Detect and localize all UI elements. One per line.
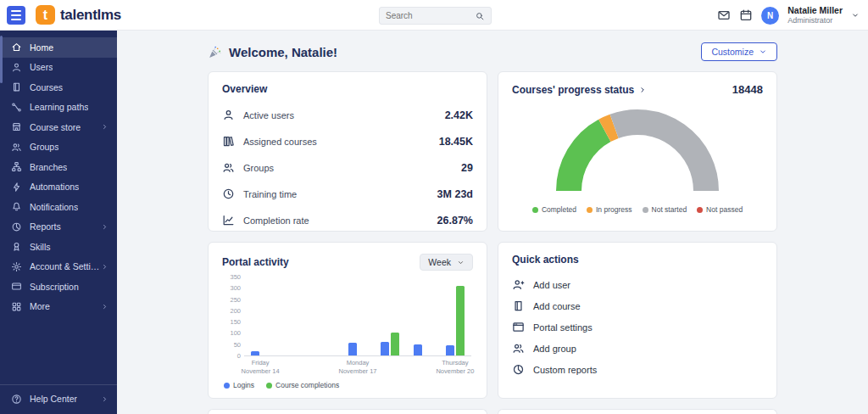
quick-action-label: Custom reports — [533, 365, 597, 375]
x-axis-label-line: Thursday — [420, 359, 487, 367]
customize-button[interactable]: Customize — [701, 42, 777, 61]
portal-settings-icon — [512, 321, 525, 333]
custom-reports-icon — [512, 363, 525, 376]
user-role: Administrator — [787, 16, 843, 25]
calendar-icon[interactable] — [739, 8, 753, 22]
quick-action-label: Add user — [533, 280, 570, 290]
legend-dot — [224, 383, 230, 389]
y-axis-label: 250 — [222, 296, 241, 304]
overview-row: Groups29 — [222, 161, 473, 174]
chevron-right-icon — [101, 263, 108, 271]
sidebar-item-automations[interactable]: Automations — [0, 177, 117, 198]
topbar: t talentlms N Natalie Miller Administrat… — [0, 0, 868, 31]
search-icon[interactable] — [475, 11, 485, 21]
y-axis-label: 200 — [222, 307, 241, 315]
period-select[interactable]: Week — [420, 254, 473, 271]
help-icon — [11, 394, 22, 405]
more-icon — [11, 301, 22, 312]
completion-rate-icon — [222, 214, 235, 227]
x-axis-label-line: November 14 — [225, 367, 296, 376]
sidebar-item-label: Notifications — [30, 202, 78, 212]
customize-button-label: Customize — [711, 47, 754, 57]
search-input[interactable] — [380, 11, 475, 20]
portal-activity-plot — [244, 277, 471, 356]
sidebar-item-learning-paths[interactable]: Learning paths — [0, 98, 117, 118]
gauge-segment-completed — [569, 131, 604, 191]
active-users-icon — [222, 109, 235, 121]
legend-dot — [643, 207, 648, 213]
user-name: Natalie Miller — [787, 5, 843, 16]
card-partial — [208, 409, 487, 414]
avatar[interactable]: N — [761, 7, 779, 25]
sidebar-item-notifications[interactable]: Notifications — [0, 197, 117, 217]
sidebar-item-subscription[interactable]: Subscription — [0, 277, 117, 297]
chevron-right-icon — [101, 303, 108, 310]
reports-icon — [11, 221, 22, 232]
sidebar-item-label: Reports — [30, 221, 61, 232]
sidebar-item-account-settings[interactable]: Account & Settings — [0, 257, 117, 277]
chevron-down-icon — [457, 259, 465, 266]
users-icon — [11, 62, 22, 73]
sidebar-item-course-store[interactable]: Course store — [0, 117, 117, 137]
bar-logins — [414, 344, 422, 355]
user-menu[interactable]: Natalie Miller Administrator — [787, 5, 843, 25]
overview-card: Overview Active users2.42KAssigned cours… — [208, 71, 487, 232]
party-popper-icon — [208, 45, 222, 59]
x-axis-label-line: November 20 — [420, 367, 487, 376]
courses-progress-link[interactable]: Courses' progress status — [512, 84, 647, 96]
legend-label: Not started — [652, 205, 687, 214]
sidebar-item-skills[interactable]: Skills — [0, 237, 117, 257]
quick-action-label: Add group — [533, 344, 576, 354]
x-axis-label: FridayNovember 14 — [225, 359, 296, 376]
groups-icon — [222, 161, 235, 174]
sidebar-item-label: Account & Settings — [30, 261, 101, 271]
quick-action-add-user[interactable]: Add user — [512, 278, 763, 291]
sidebar-item-label: Groups — [30, 142, 58, 152]
card-title: Courses' progress status — [512, 84, 634, 96]
sidebar-scrollbar[interactable] — [0, 36, 3, 83]
sidebar-item-label: Courses — [30, 82, 63, 92]
sidebar-item-more[interactable]: More — [0, 297, 117, 317]
sidebar-item-label: Help Center — [30, 394, 77, 404]
add-group-icon — [512, 342, 525, 355]
overview-row-label: Completion rate — [243, 215, 309, 226]
menu-toggle-button[interactable] — [7, 6, 25, 25]
legend-dot — [697, 207, 703, 213]
sidebar-item-branches[interactable]: Branches — [0, 157, 117, 177]
bar-course-completions — [456, 286, 465, 355]
overview-row: Active users2.42K — [222, 109, 473, 121]
overview-row-value: 26.87% — [437, 215, 473, 227]
overview-row-value: 18.45K — [439, 136, 473, 148]
courses-icon — [11, 81, 22, 92]
period-select-value: Week — [428, 257, 451, 267]
sidebar-item-users[interactable]: Users — [0, 58, 117, 78]
quick-action-portal-settings[interactable]: Portal settings — [512, 321, 763, 333]
messages-icon[interactable] — [717, 8, 731, 22]
legend-dot — [266, 383, 272, 389]
sidebar-item-label: Learning paths — [30, 102, 88, 112]
quick-actions-card: Quick actions Add userAdd coursePortal s… — [498, 242, 777, 399]
sidebar-item-groups[interactable]: Groups — [0, 137, 117, 158]
overview-row: Assigned courses18.45K — [222, 135, 473, 148]
overview-row-label: Active users — [243, 110, 294, 120]
sidebar-item-courses[interactable]: Courses — [0, 77, 117, 98]
quick-action-label: Portal settings — [533, 322, 593, 333]
quick-action-add-course[interactable]: Add course — [512, 299, 763, 312]
main-area: Welcome, Natalie! Customize Overview Act… — [117, 31, 868, 414]
sidebar-item-help-center[interactable]: Help Center — [0, 389, 117, 410]
bar-course-completions — [391, 333, 399, 355]
sidebar-item-label: Automations — [30, 182, 79, 192]
sidebar-item-reports[interactable]: Reports — [0, 217, 117, 238]
chevron-down-icon[interactable] — [851, 11, 860, 20]
sidebar-item-home[interactable]: Home — [0, 37, 117, 58]
x-axis-label-line: Friday — [225, 359, 296, 367]
notifications-icon — [11, 201, 22, 212]
chevron-right-icon — [638, 86, 647, 94]
automations-icon — [11, 182, 22, 193]
chevron-right-icon — [101, 395, 108, 403]
overview-row: Training time3M 23d — [222, 187, 473, 200]
quick-action-custom-reports[interactable]: Custom reports — [512, 363, 763, 376]
quick-action-add-group[interactable]: Add group — [512, 342, 763, 355]
brand-logo[interactable]: t talentlms — [36, 5, 121, 25]
brand-logo-icon: t — [36, 5, 55, 25]
